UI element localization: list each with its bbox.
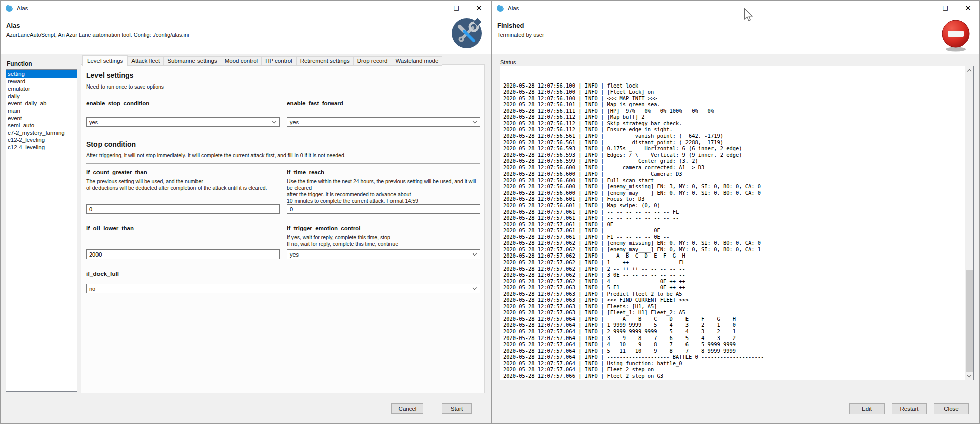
settings-tabstrip: Level settingsAttack fleetSubmarine sett…	[82, 55, 442, 66]
log-line: 2020-05-28 12:07:57.062 | INFO | 2 -- ++…	[503, 266, 964, 272]
edit-button[interactable]: Edit	[849, 403, 885, 414]
section-heading-level-settings: Level settings	[86, 71, 480, 79]
function-list-item[interactable]: main	[6, 107, 77, 115]
log-line: 2020-05-28 12:07:56.593 | INFO | Edges: …	[503, 152, 964, 158]
log-scrollbar[interactable]	[965, 66, 973, 380]
function-list-item[interactable]: event	[6, 115, 77, 122]
function-list-item[interactable]: reward	[6, 78, 77, 86]
log-line: 2020-05-28 12:07:57.062 | INFO | [enemy_…	[503, 240, 964, 246]
settings-tab[interactable]: Retirement settings	[297, 56, 354, 66]
maximize-button[interactable]: ❑	[445, 1, 468, 15]
section-heading-stop-condition: Stop condition	[86, 140, 480, 148]
enable-fast-forward-value: yes	[290, 119, 299, 125]
log-line: 2020-05-28 12:07:57.062 | INFO | [enemy_…	[503, 246, 964, 253]
log-line: 2020-05-28 12:07:57.064 | INFO | 2 9999 …	[503, 328, 964, 335]
divider	[86, 163, 480, 164]
log-line: 2020-05-28 12:07:56.111 | INFO | [HP] 97…	[503, 108, 964, 114]
maximize-button[interactable]: ❑	[934, 1, 957, 15]
if-oil-lower-than-label: if_oil_lower_than	[86, 225, 280, 231]
log-line: 2020-05-28 12:07:56.600 | INFO | Camera:…	[503, 171, 964, 177]
log-line: 2020-05-28 12:07:57.061 | INFO | 0E -- -…	[503, 221, 964, 228]
right-body: Status 2020-05-28 12:07:56.100 | INFO | …	[492, 55, 979, 423]
settings-tab[interactable]: Drop record	[354, 56, 392, 66]
chevron-down-icon	[473, 251, 477, 256]
if-time-reach-input[interactable]	[287, 204, 480, 214]
log-output[interactable]: 2020-05-28 12:07:56.100 | INFO | fleet_l…	[500, 66, 974, 380]
field-enable-fast-forward: enable_fast_forward yes	[287, 100, 480, 127]
divider	[86, 95, 480, 95]
function-list-item[interactable]: daily	[6, 93, 77, 100]
alas-app-icon	[5, 4, 13, 12]
settings-tab[interactable]: Level settings	[82, 55, 128, 66]
log-line: 2020-05-28 12:07:57.062 | INFO | 4 -- --…	[503, 278, 964, 285]
log-line: 2020-05-28 12:07:56.112 | INFO | [Map_bu…	[503, 114, 964, 120]
close-dialog-button[interactable]: Close	[934, 403, 969, 414]
log-line: 2020-05-28 12:07:56.561 | INFO | vanish_…	[503, 133, 964, 139]
right-titlebar[interactable]: Alas — ❑ ✕	[492, 1, 979, 15]
scrollbar-thumb[interactable]	[966, 270, 973, 372]
log-line: 2020-05-28 12:07:57.063 | INFO | Predict…	[503, 291, 964, 297]
function-list-item[interactable]: semi_auto	[6, 122, 77, 129]
close-button[interactable]: ✕	[957, 1, 979, 15]
restart-button[interactable]: Restart	[892, 403, 927, 414]
status-label: Status	[500, 59, 516, 65]
if-oil-lower-than-input[interactable]	[86, 249, 280, 259]
log-line: 2020-05-28 12:07:56.600 | INFO | [enemy_…	[503, 190, 964, 196]
start-button[interactable]: Start	[442, 403, 472, 414]
log-line: 2020-05-28 12:07:57.061 | INFO | -- -- -…	[503, 209, 964, 215]
settings-tab[interactable]: HP control	[262, 56, 296, 66]
cancel-button[interactable]: Cancel	[391, 403, 423, 414]
field-if-time-reach: if_time_reach Use the time within the ne…	[287, 169, 480, 214]
minimize-button[interactable]: —	[423, 1, 445, 15]
log-window: Alas — ❑ ✕ Finished Terminated by user	[491, 0, 980, 424]
log-line: 2020-05-28 12:07:57.064 | INFO | -------…	[503, 354, 964, 360]
scroll-up-icon[interactable]	[965, 66, 973, 74]
settings-tab[interactable]: Mood control	[221, 56, 262, 66]
enable-fast-forward-label: enable_fast_forward	[287, 100, 480, 106]
field-if-oil-lower-than: if_oil_lower_than	[86, 225, 280, 259]
log-line: 2020-05-28 12:07:56.601 | INFO | Map swi…	[503, 202, 964, 209]
finished-subtitle: Terminated by user	[497, 32, 979, 38]
minimize-button[interactable]: —	[912, 1, 934, 15]
settings-tab[interactable]: Wasteland mode	[391, 56, 442, 66]
if-dock-full-select[interactable]: no	[86, 284, 480, 293]
section-help-stop-condition: After triggering, it will not stop immed…	[86, 152, 480, 158]
enable-stop-condition-label: enable_stop_condition	[86, 100, 280, 106]
left-titlebar[interactable]: Alas — ❑ ✕	[1, 1, 491, 15]
enable-stop-condition-select[interactable]: yes	[86, 117, 280, 127]
log-line: 2020-05-28 12:07:56.112 | INFO | Skip st…	[503, 120, 964, 127]
log-line: 2020-05-28 12:07:56.601 | INFO | Focus t…	[503, 196, 964, 202]
log-lines: 2020-05-28 12:07:56.100 | INFO | fleet_l…	[503, 66, 964, 380]
enable-fast-forward-select[interactable]: yes	[287, 117, 480, 127]
if-trigger-emotion-control-select[interactable]: yes	[287, 249, 480, 259]
if-count-greater-than-desc: The previous setting will be used, and t…	[86, 178, 280, 191]
settings-tab[interactable]: Submarine settings	[164, 56, 221, 66]
log-line: 2020-05-28 12:07:56.100 | INFO | fleet_l…	[503, 82, 964, 89]
function-list-item[interactable]: emulator	[6, 85, 77, 93]
scroll-down-icon[interactable]	[965, 372, 973, 380]
function-list-item[interactable]: c12-2_leveling	[6, 136, 77, 144]
log-line: 2020-05-28 12:07:57.064 | INFO | Fleet 2…	[503, 366, 964, 373]
log-line: 2020-05-28 12:07:57.066 | INFO | Switch …	[503, 379, 964, 380]
settings-tab[interactable]: Attack fleet	[128, 56, 164, 66]
function-list-item[interactable]: event_daily_ab	[6, 100, 77, 107]
config-window: Alas — ❑ ✕ Alas AzurLaneAutoScript, An A…	[0, 0, 491, 424]
if-count-greater-than-label: if_count_greater_than	[86, 169, 280, 175]
if-time-reach-desc: Use the time within the next 24 hours, t…	[287, 178, 480, 204]
log-line: 2020-05-28 12:07:57.064 | INFO | Using f…	[503, 360, 964, 367]
log-line: 2020-05-28 12:07:57.062 | INFO | 3 0E --…	[503, 272, 964, 278]
chevron-down-icon	[473, 286, 477, 290]
if-trigger-emotion-control-label: if_trigger_emotion_control	[287, 225, 480, 231]
log-line: 2020-05-28 12:07:57.064 | INFO | 3 9 8 7…	[503, 335, 964, 342]
left-window-title: Alas	[17, 5, 28, 11]
field-if-count-greater-than: if_count_greater_than The previous setti…	[86, 169, 280, 214]
log-line: 2020-05-28 12:07:56.599 | INFO | Center …	[503, 158, 964, 164]
function-list-item[interactable]: c7-2_mystery_farming	[6, 129, 77, 137]
close-button[interactable]: ✕	[468, 1, 491, 15]
if-count-greater-than-input[interactable]	[86, 204, 280, 214]
function-list-item[interactable]: setting	[6, 70, 77, 78]
function-list-item[interactable]: c12-4_leveling	[6, 144, 77, 151]
log-line: 2020-05-28 12:07:57.061 | INFO | F1 -- -…	[503, 234, 964, 240]
log-line: 2020-05-28 12:07:57.063 | INFO | <<< FIN…	[503, 297, 964, 303]
log-line: 2020-05-28 12:07:56.100 | INFO | [Fleet_…	[503, 89, 964, 95]
